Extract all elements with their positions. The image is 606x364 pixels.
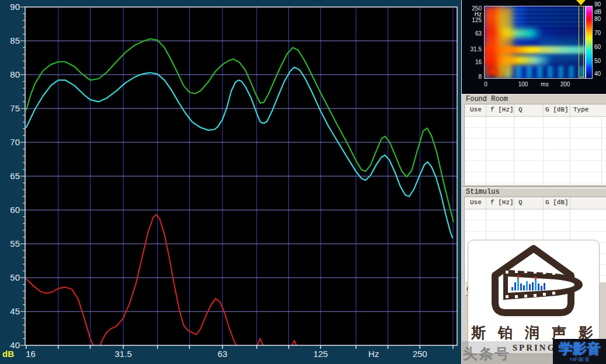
y-axis-label: 80 [10,69,20,79]
col-freq: f [Hz] [490,199,514,206]
house-film-logo-icon [468,242,599,323]
time-slice-cursor[interactable] [579,6,584,78]
y-axis-label: 70 [10,137,20,147]
frequency-response-chart[interactable]: 90858075706560555045401631.563125Hz250dB [0,0,461,364]
y-axis-label: 90 [10,2,20,12]
x-axis-label: 31.5 [115,349,132,359]
found-room-title: Found Room [466,95,508,103]
stimulus-header: Use f [Hz] Q G [dB] [465,197,606,209]
y-axis-label: 60 [10,205,20,215]
y-axis-label: 65 [10,171,20,181]
sg-ytick-63: 63 [462,30,482,37]
col-freq: f [Hz] [490,106,514,113]
sg-xtick-200: 200 [560,81,570,88]
x-axis-label: 250 [413,349,427,359]
cb-40: 40 [594,71,601,77]
col-q: Q [518,199,523,206]
stimulus-title: Stimulus [466,188,500,196]
col-type: Type [573,106,588,113]
chart-canvas[interactable]: 90858075706560555045401631.563125Hz250dB [0,0,461,364]
watermark-bar: 头条号 学影音 HiFi影音 [462,341,606,364]
spectrogram-red-blob [486,67,501,76]
sg-ytick-31: 31.5 [462,46,482,52]
col-q: Q [518,106,523,113]
cb-70: 70 [594,30,601,36]
sg-ytick-125: 125 [462,17,482,23]
cb-60: 60 [594,44,601,50]
y-axis-label: 45 [10,306,20,316]
y-axis-unit-label: dB [2,349,14,359]
side-panel: 250 Hz 125 63 31.5 16 8 0 100 ms 200 90 … [461,0,606,364]
y-axis-label: 50 [10,272,20,282]
y-axis-label: 75 [10,103,20,113]
x-axis-label: 63 [218,349,228,359]
col-gain: G [dB] [545,106,569,113]
found-room-header: Use f [Hz] Q G [dB] Type [465,104,606,117]
col-use: Use [470,199,482,206]
x-axis-label: Hz [368,349,379,359]
cursor-handle-icon[interactable] [576,0,586,5]
cb-unit: dB [594,9,601,15]
brand-logo-box: 斯 铂 润 声 影 SPRING [468,240,600,354]
watermark-prefix: 头条号 [463,344,510,363]
col-use: Use [470,106,482,113]
watermark-dark-box: 学影音 HiFi影音 [553,339,606,364]
cb-50: 50 [594,58,601,64]
spectrogram-heatmap[interactable] [484,6,586,79]
cb-90: 90 [594,1,601,8]
spectrogram-streaks [508,9,585,26]
spectrogram-panel[interactable]: 250 Hz 125 63 31.5 16 8 0 100 ms 200 90 … [462,0,606,94]
sg-x-unit: ms [541,81,548,88]
found-room-table[interactable]: Use f [Hz] Q G [dB] Type [464,104,606,185]
sg-ytick-16: 16 [462,59,482,65]
sg-ytick-8: 8 [462,74,482,80]
colorbar[interactable] [586,6,593,79]
y-axis-label: 85 [10,36,20,46]
col-gain: G [dB] [545,199,569,206]
y-axis-label: 55 [10,239,20,249]
app-window: 90858075706560555045401631.563125Hz250dB… [0,0,606,364]
sg-xtick-0: 0 [484,81,487,88]
x-axis-label: 125 [314,349,328,359]
cb-80: 80 [594,16,601,22]
watermark-small-text: HiFi影音 [553,356,606,363]
found-room-rows[interactable] [465,117,606,185]
x-axis-label: 16 [26,349,36,359]
sg-xtick-100: 100 [518,81,528,88]
